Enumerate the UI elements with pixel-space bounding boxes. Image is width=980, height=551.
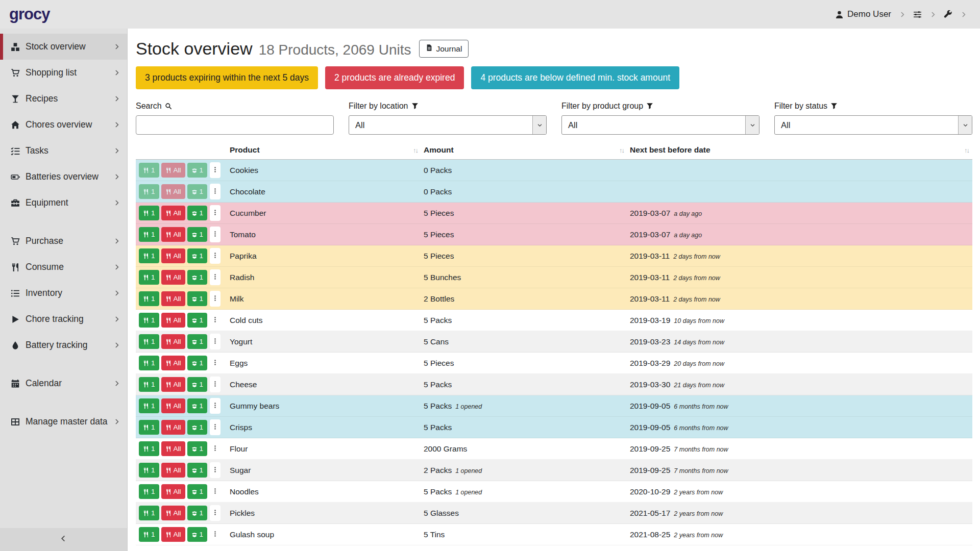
open-one-button[interactable]: 1 [187, 506, 208, 520]
consume-all-button[interactable]: All [161, 506, 185, 520]
sidebar-item-tasks[interactable]: Tasks [0, 138, 127, 164]
sort-icon[interactable]: ↑↓ [964, 146, 969, 154]
row-menu-button[interactable] [210, 162, 220, 178]
consume-all-button[interactable]: All [161, 291, 185, 306]
open-one-button[interactable]: 1 [187, 163, 208, 178]
consume-all-button[interactable]: All [161, 441, 185, 456]
open-one-button[interactable]: 1 [187, 248, 208, 263]
admin-menu[interactable] [944, 10, 952, 19]
column-header-product[interactable]: Product ↑↓ [230, 145, 424, 155]
open-one-button[interactable]: 1 [187, 184, 208, 199]
consume-one-button[interactable]: 1 [139, 420, 159, 435]
status-filter-select[interactable]: All [774, 115, 972, 135]
consume-one-button[interactable]: 1 [139, 334, 159, 349]
consume-one-button[interactable]: 1 [139, 227, 159, 242]
sort-icon[interactable]: ↑↓ [619, 146, 624, 154]
row-menu-button[interactable] [210, 291, 220, 307]
consume-one-button[interactable]: 1 [139, 527, 159, 542]
sort-icon[interactable]: ↑↓ [413, 146, 418, 154]
consume-one-button[interactable]: 1 [139, 206, 159, 220]
consume-one-button[interactable]: 1 [139, 506, 159, 520]
consume-one-button[interactable]: 1 [139, 377, 159, 392]
chevron-right-icon[interactable] [929, 11, 936, 18]
consume-one-button[interactable]: 1 [139, 356, 159, 370]
open-one-button[interactable]: 1 [187, 463, 208, 478]
open-one-button[interactable]: 1 [187, 334, 208, 349]
sidebar-item-chores-overview[interactable]: Chores overview [0, 112, 127, 138]
sidebar-item-shopping-list[interactable]: Shopping list [0, 60, 127, 86]
row-menu-button[interactable] [210, 527, 220, 542]
row-menu-button[interactable] [210, 462, 220, 478]
consume-all-button[interactable]: All [161, 334, 185, 349]
row-menu-button[interactable] [210, 205, 220, 221]
consume-one-button[interactable]: 1 [139, 398, 159, 413]
consume-one-button[interactable]: 1 [139, 441, 159, 456]
sidebar-item-battery-tracking[interactable]: Battery tracking [0, 332, 127, 358]
below-min-stock-alert-button[interactable]: 4 products are below defined min. stock … [471, 66, 679, 89]
settings-menu[interactable] [913, 10, 922, 19]
expiring-alert-button[interactable]: 3 products expiring within the next 5 da… [136, 66, 318, 89]
consume-all-button[interactable]: All [161, 206, 185, 220]
open-one-button[interactable]: 1 [187, 270, 208, 285]
row-menu-button[interactable] [210, 184, 220, 199]
sidebar-item-stock-overview[interactable]: Stock overview [0, 34, 127, 60]
consume-one-button[interactable]: 1 [139, 270, 159, 285]
sidebar-item-chore-tracking[interactable]: Chore tracking [0, 306, 127, 332]
row-menu-button[interactable] [210, 227, 220, 242]
open-one-button[interactable]: 1 [187, 227, 208, 242]
search-input[interactable] [136, 115, 334, 135]
open-one-button[interactable]: 1 [187, 356, 208, 370]
consume-one-button[interactable]: 1 [139, 248, 159, 263]
chevron-right-icon[interactable] [899, 11, 905, 18]
column-header-next-best-before-date[interactable]: Next best before date ↑↓ [630, 145, 972, 155]
consume-all-button[interactable]: All [161, 527, 185, 542]
sidebar-item-manage-master-data[interactable]: Manage master data [0, 409, 127, 435]
sidebar-item-consume[interactable]: Consume [0, 254, 127, 280]
consume-one-button[interactable]: 1 [139, 184, 159, 199]
product-group-filter-select[interactable]: All [561, 115, 760, 135]
sidebar-item-inventory[interactable]: Inventory [0, 280, 127, 306]
user-menu[interactable]: Demo User [835, 9, 891, 19]
open-one-button[interactable]: 1 [187, 206, 208, 220]
consume-one-button[interactable]: 1 [139, 163, 159, 178]
consume-one-button[interactable]: 1 [139, 484, 159, 499]
sidebar-item-batteries-overview[interactable]: Batteries overview [0, 164, 127, 190]
consume-all-button[interactable]: All [161, 313, 185, 328]
consume-all-button[interactable]: All [161, 377, 185, 392]
row-menu-button[interactable] [210, 334, 220, 349]
consume-all-button[interactable]: All [161, 356, 185, 370]
row-menu-button[interactable] [210, 398, 220, 414]
consume-all-button[interactable]: All [161, 463, 185, 478]
column-header-amount[interactable]: Amount ↑↓ [424, 145, 630, 155]
sidebar-item-calendar[interactable]: Calendar [0, 370, 127, 396]
consume-all-button[interactable]: All [161, 270, 185, 285]
open-one-button[interactable]: 1 [187, 313, 208, 328]
row-menu-button[interactable] [210, 484, 220, 499]
consume-one-button[interactable]: 1 [139, 313, 159, 328]
open-one-button[interactable]: 1 [187, 484, 208, 499]
row-menu-button[interactable] [210, 355, 220, 371]
app-logo[interactable]: grocy [9, 5, 50, 23]
sidebar-collapse-button[interactable] [0, 528, 127, 551]
open-one-button[interactable]: 1 [187, 291, 208, 306]
open-one-button[interactable]: 1 [187, 420, 208, 435]
sidebar-item-equipment[interactable]: Equipment [0, 190, 127, 216]
row-menu-button[interactable] [210, 312, 220, 328]
consume-one-button[interactable]: 1 [139, 291, 159, 306]
sidebar-item-purchase[interactable]: Purchase [0, 228, 127, 254]
row-menu-button[interactable] [210, 419, 220, 435]
open-one-button[interactable]: 1 [187, 527, 208, 542]
consume-all-button[interactable]: All [161, 184, 185, 199]
location-filter-select[interactable]: All [349, 115, 547, 135]
consume-all-button[interactable]: All [161, 248, 185, 263]
consume-all-button[interactable]: All [161, 398, 185, 413]
journal-button[interactable]: Journal [419, 40, 469, 58]
row-menu-button[interactable] [210, 505, 220, 521]
row-menu-button[interactable] [210, 248, 220, 264]
consume-all-button[interactable]: All [161, 484, 185, 499]
chevron-right-icon[interactable] [960, 11, 967, 18]
row-menu-button[interactable] [210, 269, 220, 285]
open-one-button[interactable]: 1 [187, 441, 208, 456]
consume-all-button[interactable]: All [161, 420, 185, 435]
row-menu-button[interactable] [210, 441, 220, 457]
